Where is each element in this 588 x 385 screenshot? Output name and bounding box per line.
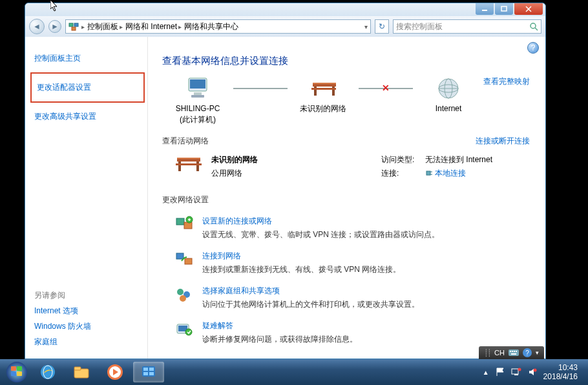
dropdown-arrow-icon[interactable]: ▾ [364,23,368,30]
address-bar[interactable]: ▸ 控制面板▸ 网络和 Internet▸ 网络和共享中心 ▾ [65,19,371,34]
svg-rect-9 [194,92,202,95]
close-button[interactable] [514,3,543,15]
connect-network-icon [175,251,193,269]
unidentified-label: 未识别的网络 [300,103,346,114]
troubleshoot-icon [175,320,193,338]
svg-rect-42 [514,351,515,352]
map-unidentified-network: 未识别的网络 [288,76,359,114]
internet-options-link[interactable]: Internet 选项 [34,306,141,317]
svg-rect-15 [311,88,336,90]
sidebar: 控制面板主页 更改适配器设置 更改高级共享设置 另请参阅 Internet 选项… [25,37,148,359]
computer-icon [185,76,211,101]
plug-icon [425,169,433,177]
option-connect-network[interactable]: 连接到网络 连接到或重新连接到无线、有线、拨号或 VPN 网络连接。 [162,245,530,280]
taskbar: ▲ 10:43 2018/4/16 [0,359,588,385]
help-button[interactable]: ? [527,42,539,54]
bench-icon [175,154,202,178]
windows-firewall-link[interactable]: Windows 防火墙 [34,321,141,332]
connector-line [233,88,288,89]
homegroup-link[interactable]: 家庭组 [34,337,141,348]
network-options: 设置新的连接或网络 设置无线、宽带、拨号、临时或 VPN 连接；或设置路由器或访… [162,211,530,350]
svg-rect-47 [17,366,22,371]
option-desc: 连接到或重新连接到无线、有线、拨号或 VPN 网络连接。 [202,264,401,275]
taskbar-media-player[interactable] [100,362,131,382]
system-tray: ▲ 10:43 2018/4/16 [483,363,584,382]
see-also: 另请参阅 Internet 选项 Windows 防火墙 家庭组 [34,290,141,352]
clock-date: 2018/4/16 [543,372,578,381]
map-this-computer: SHILING-PC (此计算机) [162,76,233,125]
forward-button[interactable]: ► [48,20,61,33]
main-panel: ? 查看基本网络信息并设置连接 查看完整映射 SHILING-PC (此计算机)… [148,37,545,359]
breadcrumb-seg[interactable]: 控制面板▸ [87,21,123,32]
maximize-button[interactable] [495,3,513,15]
taskbar-explorer[interactable] [66,362,97,382]
option-title: 连接到网络 [202,251,401,262]
change-settings-header: 更改网络设置 [162,194,530,205]
svg-rect-29 [184,222,192,229]
svg-rect-53 [74,367,81,370]
content-area: 控制面板主页 更改适配器设置 更改高级共享设置 另请参阅 Internet 选项… [25,37,545,359]
breadcrumb-seg[interactable]: 网络和共享中心 [184,21,238,32]
option-setup-connection[interactable]: 设置新的连接或网络 设置无线、宽带、拨号、临时或 VPN 连接；或设置路由器或访… [162,211,530,245]
address-row: ◄ ► ▸ 控制面板▸ 网络和 Internet▸ 网络和共享中心 ▾ ↻ 搜索… [25,16,545,37]
control-panel-home-link[interactable]: 控制面板主页 [34,53,141,64]
svg-rect-28 [176,218,184,225]
svg-rect-21 [177,158,200,159]
breadcrumb-arrow-icon: ▸ [81,23,85,30]
svg-point-50 [41,365,55,379]
change-adapter-link[interactable]: 更改适配器设置 [37,82,138,93]
network-name: 未识别的网络 [211,154,381,165]
option-title: 设置新的连接或网络 [202,216,439,227]
svg-rect-1 [501,6,507,11]
svg-point-5 [530,23,536,28]
svg-point-35 [180,295,186,302]
connector-broken [359,88,413,89]
flag-icon[interactable] [496,368,505,377]
taskbar-control-panel[interactable] [133,362,164,382]
network-tray-icon[interactable] [511,368,521,377]
clock[interactable]: 10:43 2018/4/16 [543,363,578,382]
local-connection-link[interactable]: 本地连接 [435,169,466,178]
refresh-button[interactable]: ↻ [375,19,389,34]
search-input[interactable]: 搜索控制面板 [393,19,541,34]
volume-icon[interactable] [528,368,537,377]
globe-icon [436,76,461,101]
view-full-map-link[interactable]: 查看完整映射 [483,76,530,87]
access-type-value: 无法连接到 Internet [425,154,492,165]
option-title: 疑难解答 [202,320,357,331]
titlebar [25,3,545,16]
page-title: 查看基本网络信息并设置连接 [162,55,530,67]
option-homegroup[interactable]: 选择家庭组和共享选项 访问位于其他网络计算机上的文件和打印机，或更改共享设置。 [162,280,530,315]
svg-rect-25 [426,171,430,175]
tray-arrow-icon[interactable]: ▲ [483,369,489,376]
minimize-button[interactable] [476,3,494,15]
advanced-sharing-link[interactable]: 更改高级共享设置 [34,111,141,122]
language-label: CH [494,349,505,357]
connect-disconnect-link[interactable]: 连接或断开连接 [476,136,530,147]
svg-rect-22 [178,161,181,171]
clock-time: 10:43 [543,363,578,372]
taskbar-ie[interactable] [32,362,63,382]
language-bar[interactable]: ┊┊ CH ? ▾ [479,346,544,359]
map-internet: Internet [413,76,484,114]
svg-point-38 [185,329,192,335]
svg-rect-32 [185,258,192,264]
dropdown-arrow-icon[interactable]: ▾ [536,349,539,356]
breadcrumb-seg[interactable]: 网络和 Internet▸ [125,21,182,32]
svg-point-33 [177,289,184,295]
svg-rect-31 [176,253,184,259]
svg-rect-8 [190,79,205,88]
svg-rect-40 [510,351,511,352]
back-button[interactable]: ◄ [29,19,45,34]
keyboard-icon [509,349,519,356]
computer-name: SHILING-PC [176,103,220,114]
search-icon [529,22,538,31]
svg-point-64 [533,369,536,372]
bench-icon [310,76,336,101]
svg-rect-48 [11,371,16,376]
active-networks-header: 查看活动网络 连接或断开连接 [162,136,530,147]
option-troubleshoot[interactable]: 疑难解答 诊断并修复网络问题，或获得故障排除信息。 [162,315,530,350]
start-button[interactable] [4,359,30,385]
help-tiny-icon[interactable]: ? [523,348,532,357]
svg-rect-60 [149,372,154,375]
